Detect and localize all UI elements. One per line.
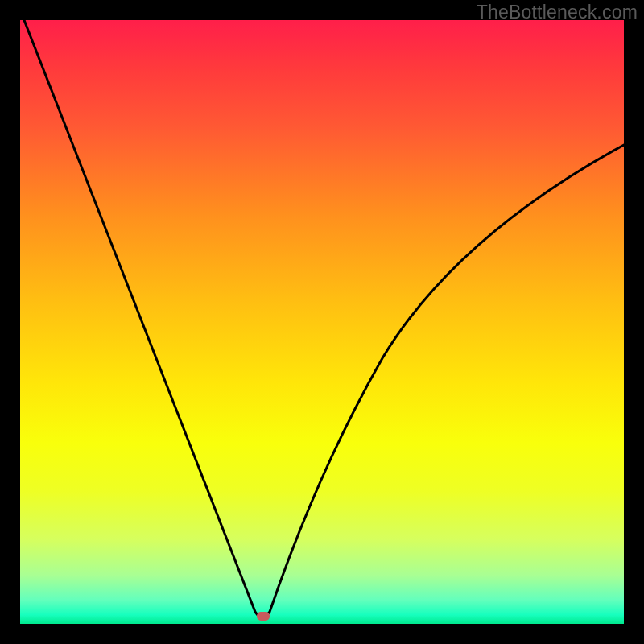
optimum-marker	[257, 612, 270, 621]
chart-frame: TheBottleneck.com	[0, 0, 644, 644]
bottleneck-curve	[20, 20, 624, 624]
curve-path	[24, 20, 624, 617]
plot-area	[20, 20, 624, 624]
watermark-text: TheBottleneck.com	[477, 2, 638, 23]
